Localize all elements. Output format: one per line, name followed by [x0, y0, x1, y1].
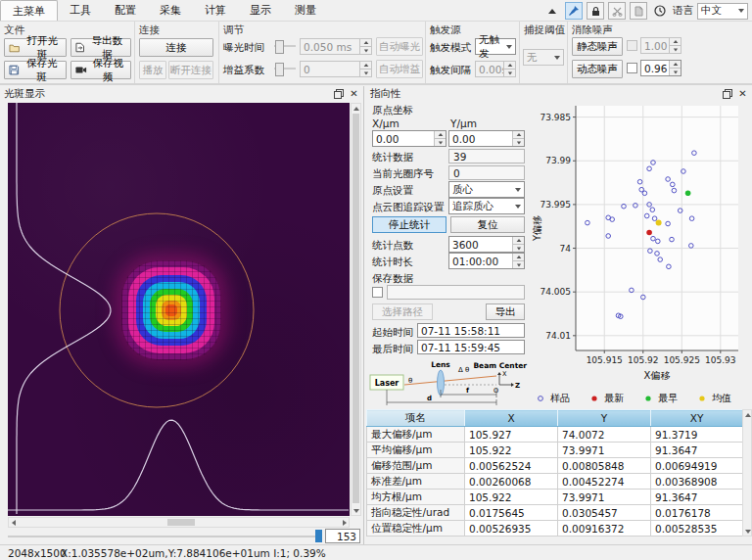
menu-tab[interactable]: 主菜单: [0, 0, 58, 21]
origin-x-spinbox[interactable]: 0.00: [372, 130, 446, 147]
menu-tab[interactable]: 配置: [103, 0, 148, 21]
chevron-down-icon: [738, 9, 744, 13]
threshold-select[interactable]: 无: [523, 49, 564, 66]
table-cell: 105.922: [465, 490, 558, 505]
lock-icon[interactable]: [587, 2, 604, 20]
table-cell: 0.0305457: [558, 505, 651, 521]
table-cell: 均方根/μm: [367, 490, 465, 505]
scissors-icon[interactable]: [608, 2, 626, 20]
save-spot-button[interactable]: 保存光斑: [4, 61, 67, 79]
save-video-button[interactable]: 保存视频: [70, 61, 131, 79]
static-noise-spinbox[interactable]: 1.00: [640, 37, 682, 54]
svg-text:74.01: 74.01: [545, 331, 571, 341]
collapse-ribbon-icon[interactable]: [543, 2, 561, 20]
menu-tab[interactable]: 测量: [283, 0, 328, 21]
legend-label: 最早: [658, 393, 678, 403]
start-time-value[interactable]: 07-11 15:58:11: [417, 323, 525, 338]
table-header-cell[interactable]: XY: [651, 410, 743, 427]
beam-overlays: [8, 103, 350, 516]
chevron-down-icon: [515, 205, 521, 209]
trigger-mode-select[interactable]: 无触发: [475, 38, 516, 55]
gain-label: 增益系数: [223, 64, 264, 77]
beam-image-canvas[interactable]: [8, 103, 350, 516]
dynamic-noise-button[interactable]: 动态噪声: [572, 60, 623, 78]
adjust-group: 调节 曝光时间 0.050 ms 自动曝光 增益系数 0 自动增益: [219, 22, 426, 83]
table-header-cell[interactable]: Y: [558, 410, 651, 427]
table-cell: 0.00916372: [558, 521, 651, 537]
file-group: 文件 打开光斑 导出数据 保存光斑 保存视频: [0, 22, 135, 83]
table-row: 指向稳定性/urad0.01756450.03054570.0176178: [367, 505, 743, 521]
svg-text:73.985: 73.985: [540, 113, 572, 122]
close-panel-icon[interactable]: ✕: [347, 86, 361, 100]
display-scale-slider[interactable]: [8, 536, 319, 537]
table-cell: 0.00562524: [465, 458, 558, 474]
origin-section-label: 原点坐标: [372, 104, 413, 117]
trigger-mode-label: 触发模式: [430, 41, 471, 55]
table-row: 最大偏移/μm105.92774.007291.3719: [367, 427, 743, 443]
dynamic-noise-spinbox[interactable]: 0.96: [640, 60, 682, 76]
legend-marker: [699, 396, 704, 400]
auto-exposure-button[interactable]: 自动曝光: [376, 37, 423, 56]
stats-points-spinbox[interactable]: 3600: [448, 236, 525, 253]
menu-right-controls: 语言 中文: [543, 1, 748, 21]
menu-tab[interactable]: 采集: [148, 0, 193, 21]
connect-group-title: 连接: [139, 23, 160, 37]
choose-path-button[interactable]: 选择路径: [372, 303, 433, 320]
disconnect-button[interactable]: 断开连接: [168, 61, 213, 79]
save-path-field[interactable]: [387, 285, 525, 300]
table-cell: 0.0175645: [465, 505, 558, 521]
spot-panel-title: 光斑显示: [4, 87, 45, 101]
display-scale-slider-handle[interactable]: [315, 530, 322, 542]
table-cell: 91.3647: [651, 490, 743, 505]
connect-button[interactable]: 连接: [139, 38, 213, 57]
threshold-group: 捕捉阈值 无: [520, 22, 568, 83]
static-noise-button[interactable]: 静态噪声: [572, 37, 623, 56]
stats-points-label: 统计点数: [372, 239, 413, 253]
gain-slider[interactable]: [274, 62, 296, 75]
image-horizontal-scrollbar[interactable]: [8, 517, 350, 528]
menu-tab[interactable]: 计算: [193, 0, 238, 21]
gain-spinbox[interactable]: 0: [300, 61, 372, 77]
stats-duration-spinbox[interactable]: 01:00:00: [448, 253, 525, 269]
origin-y-spinbox[interactable]: 0.00: [448, 130, 525, 147]
legend-marker: [539, 397, 543, 401]
document-icon[interactable]: [630, 2, 647, 20]
svg-text:73.99: 73.99: [545, 156, 571, 165]
menu-tab[interactable]: 显示: [238, 0, 283, 21]
cursor-readout: X:1.035578e+02um,Y:7.884106e+01um I:1; 0…: [61, 547, 326, 559]
end-time-value[interactable]: 07-11 15:59:45: [417, 340, 525, 354]
noise-group-title: 消除噪声: [572, 23, 613, 37]
table-cell: 0.00368908: [651, 474, 743, 490]
save-data-checkbox[interactable]: [372, 287, 383, 298]
table-cell: 105.922: [465, 443, 558, 458]
trigger-interval-spinbox[interactable]: 0.00s: [475, 61, 516, 77]
latest-point: [646, 230, 652, 236]
export-button[interactable]: 导出: [486, 303, 525, 320]
stop-statistics-button[interactable]: 停止统计: [372, 216, 446, 233]
exposure-slider[interactable]: [274, 39, 296, 53]
display-scale-value[interactable]: 153: [325, 529, 360, 543]
menu-tab[interactable]: 工具: [58, 0, 103, 21]
auto-gain-button[interactable]: 自动增益: [376, 60, 423, 78]
origin-setting-select[interactable]: 质心: [448, 181, 525, 198]
open-spot-button[interactable]: 打开光斑: [4, 38, 67, 57]
table-header-cell[interactable]: X: [465, 410, 558, 427]
trace-setting-select[interactable]: 追踪质心: [448, 198, 525, 214]
horizontal-profile-curve: [8, 420, 349, 510]
table-header-cell[interactable]: 项名: [367, 410, 465, 427]
static-noise-checkbox[interactable]: [627, 40, 637, 51]
dynamic-noise-checkbox[interactable]: [627, 63, 637, 73]
reset-button[interactable]: 复位: [450, 216, 525, 233]
svg-text:73.995: 73.995: [540, 200, 572, 210]
play-button[interactable]: 播放: [139, 61, 166, 79]
table-vertical-scrollbar[interactable]: [742, 409, 752, 537]
folder-icon: [9, 43, 20, 53]
float-panel-icon[interactable]: [330, 86, 345, 100]
language-select[interactable]: 中文: [697, 3, 748, 20]
image-vertical-scrollbar[interactable]: [351, 103, 361, 516]
clock-icon[interactable]: [651, 2, 669, 20]
table-cell: 0.00528535: [651, 521, 743, 537]
export-data-button[interactable]: 导出数据: [70, 38, 131, 57]
exposure-spinbox[interactable]: 0.050 ms: [300, 38, 372, 55]
pin-icon[interactable]: [565, 2, 583, 20]
